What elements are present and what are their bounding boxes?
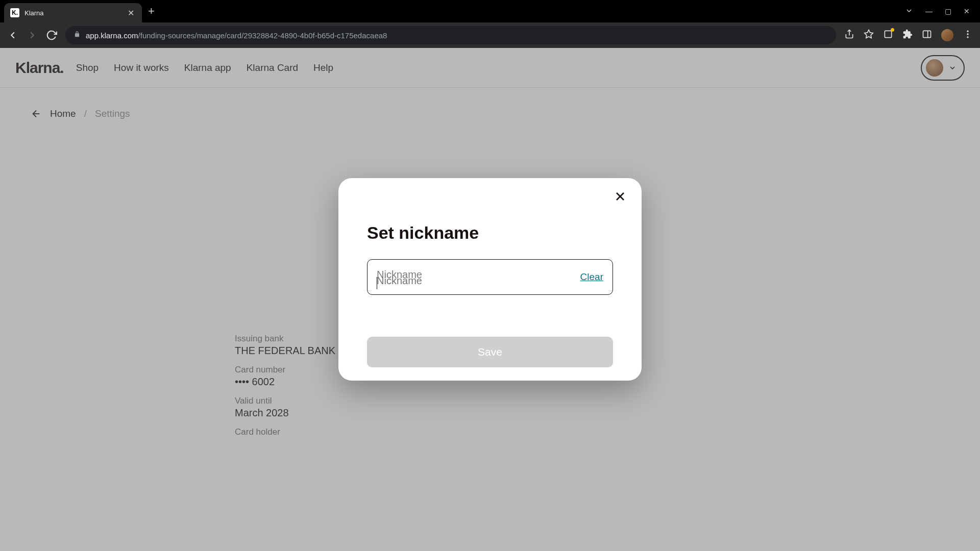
save-button[interactable]: Save [367,337,613,367]
close-window-icon[interactable]: ✕ [964,7,970,15]
svg-point-5 [967,31,968,32]
nickname-input-wrap[interactable]: Nickname Clear [367,259,613,295]
browser-tab[interactable]: K. Klarna ✕ [4,3,142,22]
tab-title: Klarna [24,9,120,17]
url-box[interactable]: app.klarna.com/funding-sources/manage/ca… [65,26,836,44]
share-icon[interactable] [844,29,854,41]
extensions-icon[interactable] [902,29,913,41]
forward-button[interactable] [27,30,38,41]
clear-button[interactable]: Clear [580,271,603,283]
back-button[interactable] [7,30,18,41]
svg-point-7 [967,36,968,38]
svg-marker-1 [865,30,873,38]
new-tab-button[interactable]: + [148,5,155,18]
close-modal-button[interactable] [613,189,627,206]
browser-tab-strip: K. Klarna ✕ + — ▢ ✕ [0,0,980,22]
svg-rect-2 [885,31,891,37]
page: Klarna. Shop How it works Klarna app Kla… [0,48,980,551]
svg-point-6 [967,33,968,35]
klarna-favicon: K. [10,8,19,17]
menu-icon[interactable] [963,29,973,41]
extension-notification-icon[interactable] [883,29,893,41]
reload-button[interactable] [46,30,57,41]
tab-search-icon[interactable] [905,7,913,16]
lock-icon [74,31,81,40]
text-caret [377,277,377,289]
set-nickname-modal: Set nickname Nickname Clear Save [338,178,642,381]
close-tab-icon[interactable]: ✕ [126,8,136,18]
profile-avatar-icon[interactable] [941,29,953,41]
side-panel-icon[interactable] [922,29,932,41]
close-icon [613,189,627,204]
nickname-input[interactable] [377,268,603,287]
address-bar: app.klarna.com/funding-sources/manage/ca… [0,22,980,48]
url-text: app.klarna.com/funding-sources/manage/ca… [86,31,387,40]
bookmark-icon[interactable] [864,29,874,41]
window-controls: — ▢ ✕ [905,7,976,16]
minimize-icon[interactable]: — [925,7,933,15]
modal-title: Set nickname [367,223,613,243]
svg-rect-3 [923,31,931,37]
maximize-icon[interactable]: ▢ [945,7,951,15]
